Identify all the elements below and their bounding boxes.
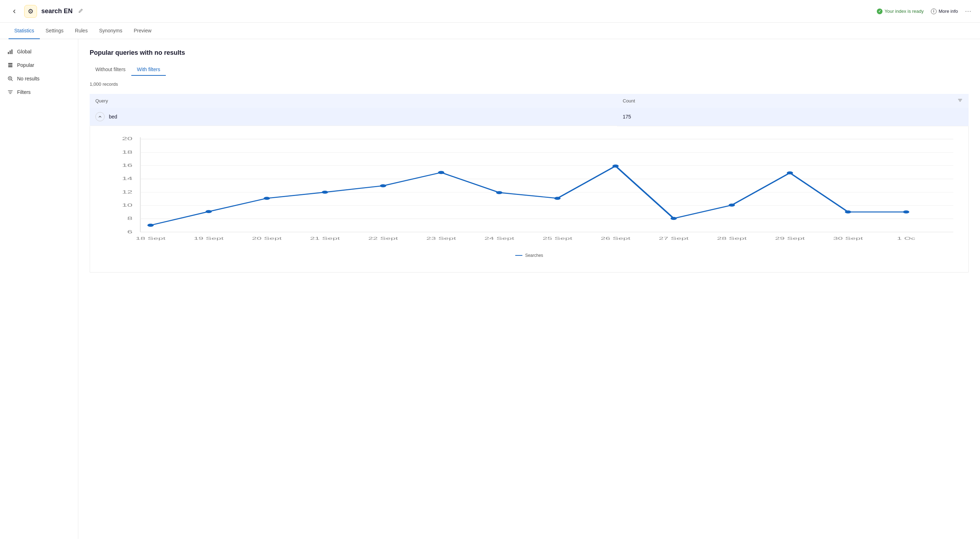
svg-text:28 Sept: 28 Sept bbox=[717, 236, 747, 240]
svg-text:29 Sept: 29 Sept bbox=[775, 236, 805, 240]
sidebar-no-results-label: No results bbox=[17, 76, 40, 81]
index-ready-status: Your index is ready bbox=[877, 8, 924, 14]
svg-rect-3 bbox=[8, 63, 13, 64]
line-chart: 6 8 10 12 14 16 18 20 bbox=[97, 133, 961, 247]
svg-point-26 bbox=[264, 197, 270, 200]
sidebar-popular-label: Popular bbox=[17, 62, 34, 68]
svg-text:23 Sept: 23 Sept bbox=[426, 236, 457, 240]
svg-point-25 bbox=[206, 210, 212, 213]
app-title: search EN bbox=[41, 8, 73, 15]
svg-point-34 bbox=[729, 203, 735, 206]
main-content: Popular queries with no results Without … bbox=[78, 39, 980, 539]
stack-icon bbox=[7, 62, 14, 68]
svg-rect-4 bbox=[8, 65, 13, 66]
svg-text:18 Sept: 18 Sept bbox=[135, 236, 166, 240]
more-info-label: More info bbox=[939, 8, 958, 14]
edit-button[interactable] bbox=[77, 7, 85, 16]
back-button[interactable] bbox=[8, 6, 20, 17]
tab-statistics[interactable]: Statistics bbox=[8, 23, 40, 39]
header: ⚙ search EN Your index is ready i More i… bbox=[0, 0, 980, 23]
sidebar-item-no-results[interactable]: No results bbox=[0, 72, 78, 86]
sidebar-item-global[interactable]: Global bbox=[0, 45, 78, 58]
svg-point-33 bbox=[670, 217, 677, 220]
svg-text:22 Sept: 22 Sept bbox=[368, 236, 399, 240]
header-right: Your index is ready i More info ··· bbox=[877, 8, 972, 15]
legend-label: Searches bbox=[525, 253, 543, 258]
svg-text:20 Sept: 20 Sept bbox=[252, 236, 282, 240]
sidebar-filters-label: Filters bbox=[17, 89, 30, 95]
action-cell bbox=[925, 108, 969, 126]
svg-point-29 bbox=[438, 171, 444, 174]
svg-point-36 bbox=[845, 210, 851, 213]
query-cell: bed bbox=[90, 108, 617, 126]
svg-rect-5 bbox=[8, 66, 13, 67]
app-icon: ⚙ bbox=[24, 5, 37, 18]
svg-point-28 bbox=[380, 184, 387, 187]
main-tabs: Statistics Settings Rules Synonyms Previ… bbox=[0, 23, 980, 39]
svg-point-32 bbox=[612, 164, 619, 168]
filter-icon bbox=[7, 89, 14, 95]
expand-button[interactable] bbox=[95, 112, 105, 121]
count-column-header: Count bbox=[617, 94, 925, 108]
more-info-link[interactable]: i More info bbox=[931, 8, 958, 14]
svg-text:1 Oc: 1 Oc bbox=[897, 236, 916, 240]
svg-text:21 Sept: 21 Sept bbox=[310, 236, 340, 240]
records-count: 1,000 records bbox=[90, 81, 969, 87]
query-column-header: Query bbox=[90, 94, 617, 108]
svg-point-30 bbox=[496, 191, 503, 194]
sub-tab-with-filters[interactable]: With filters bbox=[131, 64, 166, 76]
svg-text:8: 8 bbox=[127, 216, 133, 221]
svg-text:19 Sept: 19 Sept bbox=[194, 236, 224, 240]
more-options-button[interactable]: ··· bbox=[965, 8, 972, 15]
svg-point-37 bbox=[903, 210, 910, 213]
info-icon: i bbox=[931, 8, 937, 14]
svg-text:16: 16 bbox=[122, 162, 132, 168]
svg-rect-2 bbox=[11, 49, 13, 54]
svg-point-27 bbox=[322, 191, 328, 194]
svg-rect-0 bbox=[8, 52, 9, 54]
tab-preview[interactable]: Preview bbox=[128, 23, 157, 39]
svg-text:27 Sept: 27 Sept bbox=[659, 236, 689, 240]
svg-text:6: 6 bbox=[127, 229, 133, 234]
header-left: ⚙ search EN bbox=[8, 5, 85, 18]
sidebar: Global Popular No results bbox=[0, 39, 78, 539]
svg-text:26 Sept: 26 Sept bbox=[601, 236, 631, 240]
tab-synonyms[interactable]: Synonyms bbox=[93, 23, 128, 39]
chart-legend: Searches bbox=[90, 253, 968, 258]
queries-table: Query Count bbox=[90, 94, 969, 126]
bar-chart-icon bbox=[7, 48, 14, 55]
count-cell: 175 bbox=[617, 108, 925, 126]
svg-rect-1 bbox=[10, 51, 11, 54]
svg-text:24 Sept: 24 Sept bbox=[484, 236, 515, 240]
chart-area: 6 8 10 12 14 16 18 20 bbox=[90, 126, 969, 273]
sidebar-global-label: Global bbox=[17, 49, 31, 54]
sub-tabs: Without filters With filters bbox=[90, 64, 969, 76]
page-title: Popular queries with no results bbox=[90, 49, 969, 57]
tab-rules[interactable]: Rules bbox=[69, 23, 94, 39]
query-value: bed bbox=[109, 114, 117, 119]
sort-icon bbox=[957, 97, 963, 103]
svg-text:20: 20 bbox=[122, 136, 132, 141]
sub-tab-without-filters[interactable]: Without filters bbox=[90, 64, 131, 76]
sidebar-item-filters[interactable]: Filters bbox=[0, 86, 78, 99]
svg-text:12: 12 bbox=[122, 189, 132, 194]
tab-settings[interactable]: Settings bbox=[40, 23, 69, 39]
svg-text:25 Sept: 25 Sept bbox=[542, 236, 573, 240]
table-row: bed 175 bbox=[90, 108, 969, 126]
svg-text:18: 18 bbox=[122, 149, 132, 154]
svg-point-31 bbox=[554, 197, 561, 200]
index-ready-label: Your index is ready bbox=[885, 8, 924, 14]
search-off-icon bbox=[7, 75, 14, 82]
svg-text:30 Sept: 30 Sept bbox=[833, 236, 863, 240]
sidebar-item-popular[interactable]: Popular bbox=[0, 58, 78, 72]
layout: Global Popular No results bbox=[0, 39, 980, 539]
svg-text:10: 10 bbox=[122, 202, 132, 207]
svg-text:14: 14 bbox=[122, 176, 132, 181]
sort-column-header[interactable] bbox=[925, 94, 969, 108]
svg-point-35 bbox=[787, 171, 793, 174]
legend-line bbox=[515, 255, 522, 256]
svg-point-24 bbox=[147, 223, 154, 227]
chart-container: 6 8 10 12 14 16 18 20 bbox=[90, 133, 968, 247]
index-ready-icon bbox=[877, 8, 883, 14]
